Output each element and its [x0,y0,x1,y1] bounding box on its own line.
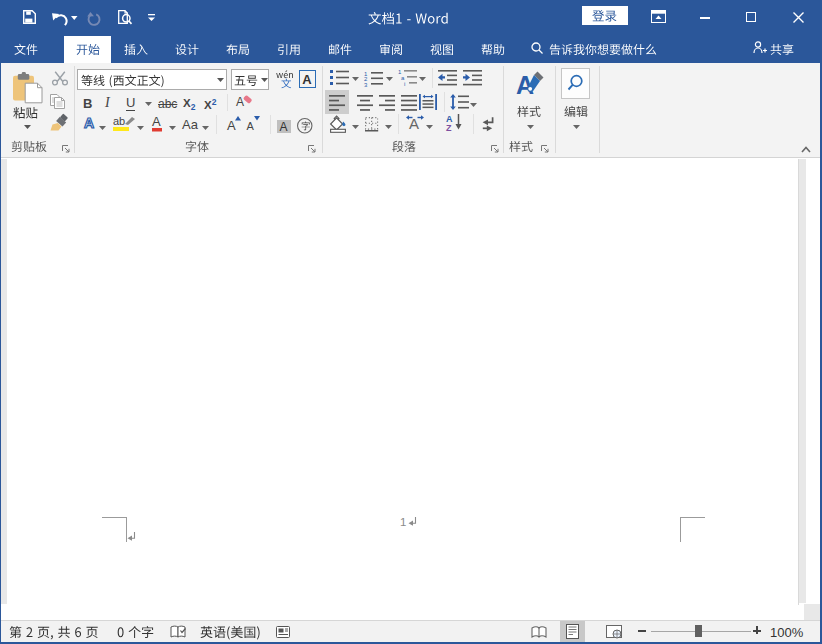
svg-text:A: A [152,114,161,129]
svg-text:i: i [404,81,405,87]
svg-text:ab: ab [113,115,125,127]
svg-text:A: A [236,95,244,109]
svg-text:3: 3 [364,82,368,88]
svg-text:Z: Z [446,123,452,133]
